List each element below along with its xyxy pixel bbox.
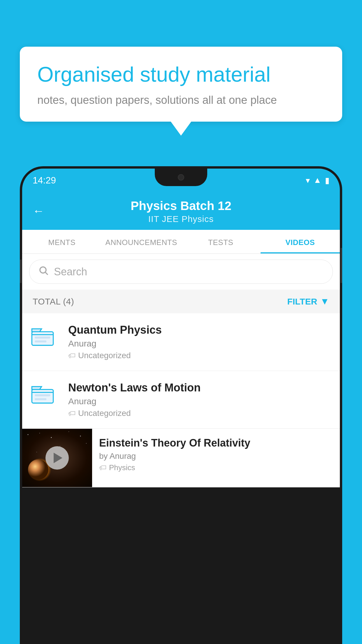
status-bar: 14:29 ▾ ▲ ▮ [22,169,340,192]
video-tag: 🏷 Physics [99,463,333,472]
svg-point-0 [40,267,46,273]
item-details: Quantum Physics Anurag 🏷 Uncategorized [68,324,331,360]
svg-point-9 [39,433,40,433]
power-button [340,248,342,283]
video-tag: 🏷 Uncategorized [68,351,331,360]
video-author: Anurag [68,396,331,406]
svg-rect-7 [35,398,46,400]
total-count: TOTAL (4) [33,297,74,307]
tag-icon: 🏷 [99,463,107,472]
signal-icon: ▲ [313,176,321,185]
bubble-subtitle: notes, question papers, solutions all at… [37,94,325,106]
video-author: Anurag [68,339,331,349]
filter-label: FILTER [287,297,317,307]
camera [178,174,184,181]
video-title: Einstein's Theory Of Relativity [99,437,333,449]
search-icon [38,265,49,278]
list-item[interactable]: Einstein's Theory Of Relativity by Anura… [22,429,340,487]
list-item[interactable]: Newton's Laws of Motion Anurag 🏷 Uncateg… [22,371,340,429]
folder-icon [31,383,54,406]
folder-icon-container [31,325,60,349]
search-bar[interactable]: Search [29,260,333,284]
svg-point-13 [86,443,87,444]
item-details: Newton's Laws of Motion Anurag 🏷 Uncateg… [68,382,331,418]
battery-icon: ▮ [325,176,329,185]
svg-rect-6 [35,394,50,396]
list-item[interactable]: Quantum Physics Anurag 🏷 Uncategorized [22,313,340,371]
tag-label: Uncategorized [78,409,131,418]
speech-bubble: Organised study material notes, question… [20,47,342,122]
svg-rect-4 [35,340,46,342]
svg-point-12 [80,436,81,437]
svg-point-10 [51,437,52,438]
tag-label: Physics [109,463,135,472]
wifi-icon: ▾ [306,176,310,185]
folder-icon-container [31,383,60,407]
video-author: by Anurag [99,452,333,461]
video-tag: 🏷 Uncategorized [68,409,331,418]
bubble-title: Organised study material [37,62,325,87]
video-thumbnail [22,429,92,487]
notch [155,169,207,186]
svg-point-15 [36,452,37,452]
tab-announcements[interactable]: ANNOUNCEMENTS [102,230,181,253]
tab-ments[interactable]: MENTS [22,230,102,253]
status-time: 14:29 [33,175,56,186]
page-title: Physics Batch 12 [131,199,231,213]
search-container: Search [22,254,340,290]
play-button[interactable] [45,446,69,470]
play-triangle-icon [54,453,62,463]
svg-line-1 [45,272,48,275]
svg-point-16 [28,459,48,480]
svg-rect-2 [32,332,53,345]
filter-button[interactable]: FILTER ▼ [287,296,329,307]
tag-icon: 🏷 [68,409,76,418]
svg-point-8 [28,434,29,435]
item-details: Einstein's Theory Of Relativity by Anura… [92,429,340,480]
tabs: MENTS ANNOUNCEMENTS TESTS VIDEOS [22,230,340,254]
tag-icon: 🏷 [68,351,76,360]
folder-icon [31,325,54,348]
app-header: ← Physics Batch 12 IIT JEE Physics [22,192,340,230]
filter-bar: TOTAL (4) FILTER ▼ [22,290,340,313]
filter-icon: ▼ [320,296,329,307]
tab-tests[interactable]: TESTS [181,230,261,253]
content-area: Quantum Physics Anurag 🏷 Uncategorized [22,313,340,487]
svg-rect-5 [32,389,53,403]
phone-screen: 14:29 ▾ ▲ ▮ ← Physics Batch 12 IIT JEE P… [22,169,340,644]
back-button[interactable]: ← [33,204,44,218]
svg-point-11 [68,431,69,432]
tab-videos[interactable]: VIDEOS [261,230,340,253]
volume-button [20,260,22,283]
header-subtitle: IIT JEE Physics [148,214,214,224]
tag-label: Uncategorized [78,351,131,360]
video-title: Newton's Laws of Motion [68,382,331,394]
phone-frame: 14:29 ▾ ▲ ▮ ← Physics Batch 12 IIT JEE P… [20,166,342,644]
search-placeholder: Search [54,266,87,278]
status-icons: ▾ ▲ ▮ [306,176,329,185]
video-title: Quantum Physics [68,324,331,336]
svg-rect-3 [35,337,50,339]
